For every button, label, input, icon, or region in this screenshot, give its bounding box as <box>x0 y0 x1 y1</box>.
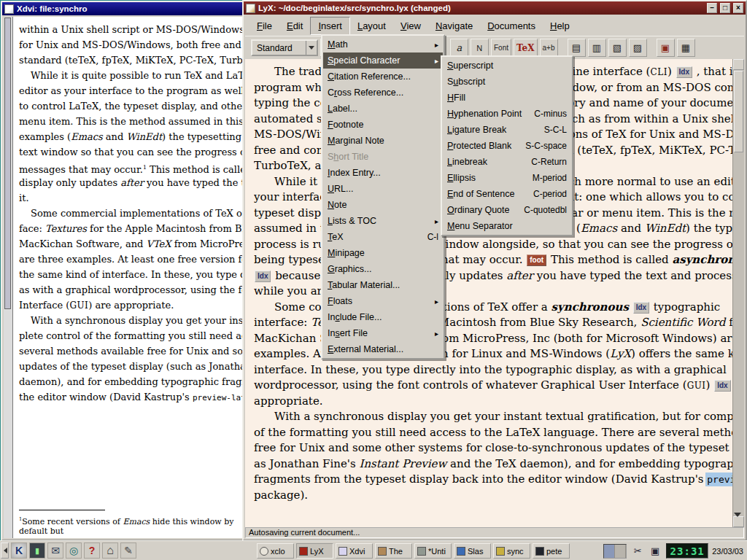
menu-item-linebreak[interactable]: LinebreakC-Return <box>443 154 571 170</box>
insert-figure-button[interactable]: ▣ <box>657 39 675 57</box>
taskbar-task-slas[interactable]: Slas <box>454 543 491 559</box>
lists-button[interactable]: ▥ <box>588 39 606 57</box>
text-segment: within a Unix shell script or MS-DOS/Win… <box>19 24 243 35</box>
editor-icon[interactable]: ✎ <box>120 542 136 559</box>
taskbar-launchers: K▮✉◎?⌂✎ <box>11 542 136 559</box>
insert-table-button[interactable]: ▦ <box>677 39 695 57</box>
paragraph-style-combo[interactable]: Standard <box>251 39 318 56</box>
emphasis-button[interactable]: a <box>450 39 468 57</box>
menu-item-hyphenation-point[interactable]: Hyphenation PointC-minus <box>443 106 571 122</box>
scroll-up-arrow-icon[interactable] <box>733 59 744 70</box>
menu-item-subscript[interactable]: Subscript <box>443 74 571 90</box>
konsole-icon[interactable]: ▮ <box>29 542 45 559</box>
menubar-item-edit[interactable]: Edit <box>279 18 310 34</box>
text-segment: Instant Preview <box>359 457 446 470</box>
taskbar-task-unti[interactable]: *Unti <box>414 543 452 559</box>
menubar-item-insert[interactable]: Insert <box>310 17 350 35</box>
maximize-button[interactable]: □ <box>720 3 730 13</box>
menu-item-hfill[interactable]: HFill <box>443 90 571 106</box>
kmail-icon[interactable]: ✉ <box>47 542 63 559</box>
xdvi-titlebar[interactable]: Xdvi: file:synchro <box>2 2 243 15</box>
desktop-pager[interactable] <box>603 544 627 559</box>
menu-item-lists-toc[interactable]: Lists & TOC▸ <box>323 213 443 229</box>
font-dialog-button[interactable]: Font <box>491 39 511 57</box>
scroll-down-arrow-icon[interactable] <box>733 516 744 527</box>
menu-item-graphics[interactable]: Graphics... <box>323 261 443 277</box>
idx-inset[interactable]: Idx <box>714 380 730 392</box>
enumerate-button[interactable]: ▧ <box>608 39 627 57</box>
text-segment: the same kind of interface. In these, yo… <box>19 269 243 280</box>
menu-item-citation-reference[interactable]: Citation Reference... <box>323 69 443 85</box>
taskbar-task-xclo[interactable]: xclo <box>257 543 294 559</box>
menu-item-ordinary-quote[interactable]: Ordinary QuoteC-quotedbl <box>443 202 571 218</box>
xdvi-scrollbar-thumb[interactable] <box>4 18 11 309</box>
text-segment: GUI <box>687 381 706 391</box>
depth-increase-button[interactable]: ▤ <box>568 39 586 57</box>
minimize-button[interactable]: – <box>707 3 717 13</box>
text-segment: Emacs <box>123 517 150 526</box>
menu-item-label[interactable]: Label... <box>323 101 443 117</box>
foot-inset[interactable]: foot <box>527 254 546 266</box>
math-mode-button[interactable]: a+b <box>540 39 558 57</box>
digital-clock[interactable]: 23:31 <box>666 543 708 559</box>
idx-inset[interactable]: Idx <box>255 271 271 282</box>
menu-item-url[interactable]: URL... <box>323 181 443 197</box>
menu-item-cross-reference[interactable]: Cross Reference... <box>323 85 443 101</box>
menu-item-special-character[interactable]: Special Character▸ <box>323 52 443 69</box>
xdvi-page[interactable]: within a Unix shell script or MS-DOS/Win… <box>4 17 243 538</box>
klipper-icon[interactable]: ✂ <box>630 544 645 559</box>
konqueror-icon[interactable]: ◎ <box>66 542 82 559</box>
menubar-item-help[interactable]: Help <box>543 18 577 34</box>
lyx-titlebar[interactable]: LyX: ~/doc/beginlatex/src/synchro.lyx (c… <box>244 1 746 15</box>
menubar-item-documents[interactable]: Documents <box>480 18 543 34</box>
menu-item-ligature-break[interactable]: Ligature BreakS-C-L <box>443 122 571 138</box>
menubar-item-navigate[interactable]: Navigate <box>428 18 480 34</box>
help-icon[interactable]: ? <box>84 542 100 559</box>
menu-item-superscript[interactable]: Superscript <box>443 58 571 74</box>
menubar-item-view[interactable]: View <box>393 18 428 34</box>
panel-hide-button[interactable] <box>1 542 9 559</box>
menu-item-note[interactable]: Note <box>323 197 443 213</box>
menubar-item-file[interactable]: File <box>249 18 279 34</box>
scrollbar-thumb[interactable] <box>734 71 743 152</box>
xdvi-scrollbar[interactable] <box>4 17 13 538</box>
pager-desktop-2[interactable] <box>615 545 626 558</box>
idx-inset[interactable]: Idx <box>676 66 692 78</box>
itemize-button[interactable]: ▨ <box>629 39 647 57</box>
idx-inset[interactable]: Idx <box>633 302 649 314</box>
menu-item-tex[interactable]: TeXC-l <box>323 229 443 245</box>
taskbar-task-the[interactable]: The <box>375 543 412 559</box>
menu-item-menu-separator[interactable]: Menu Separator <box>443 218 571 234</box>
menu-item-external-material[interactable]: External Material... <box>323 341 443 357</box>
menu-item-minipage[interactable]: Minipage <box>323 245 443 261</box>
k-menu-icon[interactable]: K <box>11 542 27 559</box>
text-segment: for the Apple Macintosh from Blue Sky Re <box>87 223 243 234</box>
menu-item-marginal-note[interactable]: Marginal Note <box>323 133 443 149</box>
menu-item-insert-file[interactable]: Insert File▸ <box>323 325 443 341</box>
menu-item-protected-blank[interactable]: Protected BlankS-C-space <box>443 138 571 154</box>
menu-item-footnote[interactable]: Footnote <box>323 117 443 133</box>
taskbar-task-pete[interactable]: pete <box>533 543 570 559</box>
menu-item-floats[interactable]: Floats▸ <box>323 293 443 309</box>
taskbar-task-sync[interactable]: sync <box>493 543 530 559</box>
menu-item-math[interactable]: Math▸ <box>323 36 443 52</box>
document-scrollbar[interactable] <box>732 59 744 527</box>
noun-button[interactable]: N <box>471 39 489 57</box>
menu-item-ellipsis[interactable]: EllipsisM-period <box>443 170 571 186</box>
xdvi-footnote: 1Some recent versions of Emacs hide this… <box>19 510 243 536</box>
menu-item-include-file[interactable]: Include File... <box>323 309 443 325</box>
taskbar-task-xdvi[interactable]: Xdvi <box>336 543 373 559</box>
taskbar-task-lyx[interactable]: LyX <box>296 543 333 559</box>
menu-item-tabular-material[interactable]: Tabular Material... <box>323 277 443 293</box>
text-line: daemon), and for embedding typographic f… <box>19 374 243 389</box>
pager-desktop-1[interactable] <box>604 545 615 558</box>
home-icon[interactable]: ⌂ <box>102 542 118 559</box>
monitor-applet-icon[interactable]: ▣ <box>648 544 662 559</box>
text-segment: display only updates <box>19 177 120 188</box>
menu-item-index-entry[interactable]: Index Entry... <box>323 165 443 181</box>
tex-mode-button[interactable]: TeX <box>514 39 538 57</box>
menu-item-end-of-sentence[interactable]: End of SentenceC-period <box>443 186 571 202</box>
close-button[interactable]: × <box>733 3 743 13</box>
text-segment: updates of the typeset display (such as … <box>19 361 243 372</box>
menubar-item-layout[interactable]: Layout <box>350 18 393 34</box>
